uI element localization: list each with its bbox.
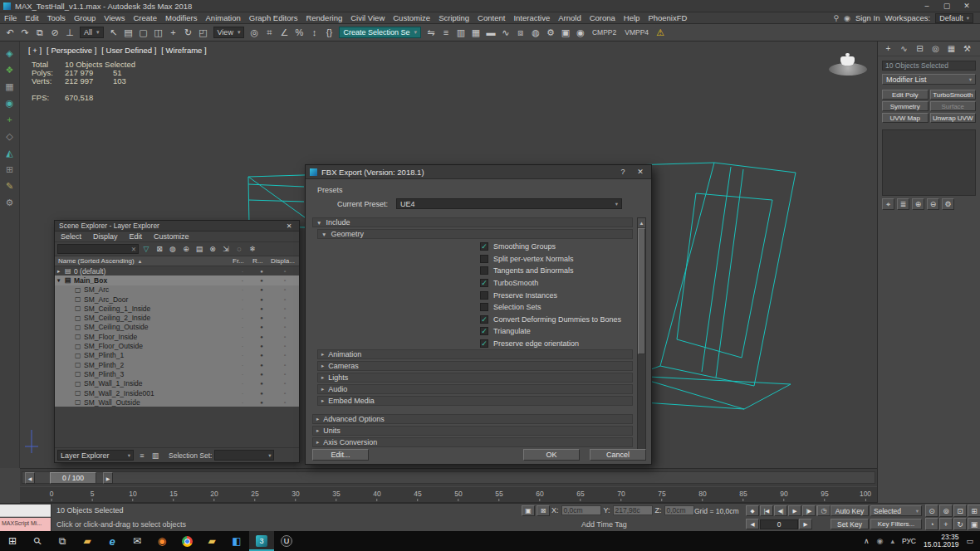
fbx-section-cameras[interactable]: ▸Cameras	[317, 361, 633, 371]
checkbox-unchecked-icon[interactable]	[480, 291, 488, 300]
viewport-menu-pov[interactable]: [ Perspective ]	[47, 46, 96, 55]
help-icon[interactable]: ?	[616, 168, 630, 176]
fbx-dialog-titlebar[interactable]: FBX Export (Version: 2018.1) ? ✕	[306, 165, 651, 179]
zoom-all-icon[interactable]: ⊚	[939, 505, 953, 517]
checkbox-checked-icon[interactable]: ✓	[480, 327, 488, 335]
frame-down-arrow[interactable]: ◀	[746, 519, 759, 529]
modifier-button-turbosmooth[interactable]: TurboSmooth	[930, 90, 977, 100]
create-tab[interactable]: +	[882, 44, 894, 53]
rectangular-selection-region-icon[interactable]: ▢	[136, 26, 151, 40]
menu-item-graph-editors[interactable]: Graph Editors	[245, 13, 302, 22]
reference-coordinate-dropdown[interactable]: View▾	[213, 27, 245, 38]
utilities-tab[interactable]: ⚒	[961, 44, 973, 53]
freeze-dot-icon[interactable]: ·	[233, 381, 252, 386]
modifier-button-symmetry[interactable]: Symmetry	[882, 101, 929, 111]
fbx-section-lights[interactable]: ▸Lights	[317, 373, 633, 383]
maxscript-mini-listener[interactable]: MAXScript Mi...	[0, 504, 51, 532]
scene-explorer-titlebar[interactable]: Scene Explorer - Layer Explorer ✕	[55, 221, 299, 232]
freeze-toggle-icon[interactable]: ❄	[247, 244, 258, 255]
freeze-dot-icon[interactable]: ·	[233, 278, 252, 283]
freeze-dot-icon[interactable]: ·	[233, 363, 252, 368]
freeze-dot-icon[interactable]: ·	[233, 315, 252, 320]
explorer-row-sm-arc-door[interactable]: ▢SM_Arc_Door·●▫	[55, 295, 299, 304]
freeze-dot-icon[interactable]: ·	[233, 344, 252, 349]
minimize-button[interactable]: –	[917, 2, 937, 10]
redo-icon[interactable]: ↷	[17, 26, 32, 40]
fbx-option-triangulate[interactable]: ✓Triangulate	[480, 325, 633, 338]
frame-up-arrow[interactable]: ▶	[799, 519, 812, 529]
select-object-icon[interactable]: ↖	[106, 26, 121, 40]
explorer-menu-select[interactable]: Select	[55, 232, 87, 241]
modifier-button-uvw-map[interactable]: UVW Map	[882, 113, 929, 123]
fbx-option-tangents-and-binormals[interactable]: Tangents and Binormals	[480, 265, 633, 277]
modifier-button-edit-poly[interactable]: Edit Poly	[882, 90, 929, 100]
create-new-layer-icon[interactable]: ▤	[194, 244, 205, 255]
bind-to-space-warp-icon[interactable]: ⊥	[62, 26, 77, 40]
track-bar[interactable]: 0510152025303540455055606570758085909510…	[20, 486, 877, 503]
named-selection-sets-icon[interactable]: {}	[321, 26, 336, 40]
plugin-tool-2-icon[interactable]: ❖	[6, 65, 14, 75]
menu-item-file[interactable]: File	[0, 13, 21, 22]
menu-item-animation[interactable]: Animation	[202, 13, 245, 22]
material-editor-icon[interactable]: ◍	[528, 26, 543, 40]
firefox-button[interactable]: ◉	[149, 531, 174, 551]
clear-search-icon[interactable]: ✕	[131, 246, 136, 253]
display-dot-icon[interactable]: ▫	[271, 297, 299, 302]
cancel-button[interactable]: Cancel	[590, 449, 646, 461]
plugin-tool-1-icon[interactable]: ◈	[6, 48, 12, 58]
render-setup-icon[interactable]: ⚙	[543, 26, 558, 40]
explorer-row-0-default[interactable]: ▸▤0 (default)·●▫	[55, 266, 299, 276]
current-frame-field[interactable]: 0	[760, 519, 798, 529]
explorer-menu-edit[interactable]: Edit	[124, 232, 149, 241]
plugin-tool-3-icon[interactable]: ▦	[5, 81, 13, 91]
fbx-option-convert-deforming-dummies-to-bones[interactable]: ✓Convert Deforming Dummies to Bones	[480, 314, 633, 326]
add-time-tag[interactable]: Add Time Tag	[581, 520, 627, 529]
explorer-row-sm-plinth-2[interactable]: ▢SM_Plinth_2·●▫	[55, 360, 299, 369]
close-icon[interactable]: ✕	[283, 222, 295, 230]
notification-center-icon[interactable]: ▭	[966, 537, 973, 545]
display-dot-icon[interactable]: ▫	[271, 306, 299, 311]
isolate-selection-icon[interactable]: ▣	[522, 505, 535, 516]
checkbox-checked-icon[interactable]: ✓	[480, 315, 488, 324]
render-dot-icon[interactable]: ●	[252, 278, 271, 283]
percent-snap-icon[interactable]: %	[292, 26, 306, 40]
freeze-dot-icon[interactable]: ·	[233, 353, 252, 358]
unlink-selection-icon[interactable]: ⊘	[47, 26, 62, 40]
make-unique-icon[interactable]: ⊕	[912, 198, 924, 210]
explorer-row-sm-floor-inside[interactable]: ▢SM_Floor_Inside·●▫	[55, 332, 299, 341]
toggle-ribbon-icon[interactable]: ▬	[483, 26, 498, 40]
workspace-dropdown[interactable]: Default ▾	[935, 13, 973, 23]
display-dot-icon[interactable]: ▫	[271, 381, 299, 386]
explorer-row-sm-arc[interactable]: ▢SM_Arc·●▫	[55, 285, 299, 295]
toggle-scene-explorer-icon[interactable]: ▥	[453, 26, 468, 40]
display-dot-icon[interactable]: ▫	[271, 344, 299, 349]
menu-item-scripting[interactable]: Scripting	[434, 13, 473, 22]
freeze-dot-icon[interactable]: ·	[233, 306, 252, 311]
explorer-columns-icon[interactable]: ▥	[149, 450, 161, 461]
file-explorer-button[interactable]: ▰	[75, 531, 100, 551]
explorer-row-sm-wall-1-inside[interactable]: ▢SM_Wall_1_Inside·●▫	[55, 379, 299, 388]
checkbox-checked-icon[interactable]: ✓	[480, 279, 488, 287]
maximize-viewport-icon[interactable]: ▣	[968, 518, 980, 530]
time-slider-track[interactable]	[22, 471, 875, 484]
fbx-section-axis-conversion[interactable]: ▸Axis Conversion	[312, 437, 633, 447]
edge-button[interactable]: e	[100, 531, 125, 551]
display-dot-icon[interactable]: ▫	[271, 278, 299, 283]
fbx-section-embed-media[interactable]: ▸Embed Media	[317, 396, 633, 406]
render-dot-icon[interactable]: ●	[252, 287, 271, 292]
menu-item-views[interactable]: Views	[100, 13, 129, 22]
render-dot-icon[interactable]: ●	[252, 297, 271, 302]
menu-item-create[interactable]: Create	[129, 13, 161, 22]
render-dot-icon[interactable]: ●	[252, 400, 271, 405]
menu-item-content[interactable]: Content	[473, 13, 509, 22]
display-column-header[interactable]: Displa...	[271, 257, 299, 265]
explorer-row-sm-ceiling-1-inside[interactable]: ▢SM_Ceiling_1_Inside·●▫	[55, 304, 299, 313]
menu-item-group[interactable]: Group	[70, 13, 100, 22]
display-dot-icon[interactable]: ▫	[271, 400, 299, 405]
task-view-button[interactable]: ⧉	[50, 531, 75, 551]
close-icon[interactable]: ✕	[634, 168, 647, 176]
explorer-row-sm-plinth-3[interactable]: ▢SM_Plinth_3·●▫	[55, 369, 299, 378]
render-column-header[interactable]: R...	[252, 257, 271, 265]
hierarchy-tab[interactable]: ⊟	[914, 44, 926, 53]
align-icon[interactable]: ≡	[439, 26, 453, 40]
